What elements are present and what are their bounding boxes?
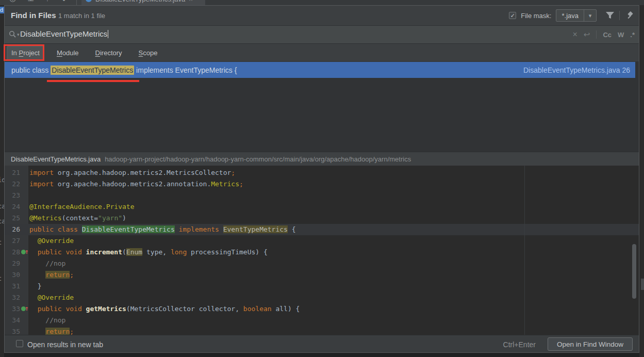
code-token (29, 248, 38, 256)
toolbar-icon-3[interactable]: ↧ (61, 0, 68, 3)
code-token: "yarn" (98, 214, 122, 222)
code-line[interactable]: 31 } (5, 281, 639, 292)
code-line[interactable]: 23 (5, 190, 639, 201)
code-token: (context= (62, 214, 98, 222)
code-token: processingTimeUs) { (187, 248, 268, 256)
code-line[interactable]: 32 @Override (5, 292, 639, 303)
overriding-method-gutter-icon[interactable]: ↑ (21, 305, 28, 313)
code-token: //nop (45, 316, 65, 324)
search-dropdown-icon[interactable]: ▾ (17, 32, 20, 37)
shortcut-hint: Ctrl+Enter (503, 340, 536, 349)
code-line[interactable]: 33↑ public void getMetrics(MetricsCollec… (5, 303, 639, 315)
code-line[interactable]: 29 //nop (5, 258, 639, 269)
result-row[interactable]: public class DisableEventTypeMetrics imp… (5, 62, 635, 78)
result-location: DisableEventTypeMetrics.java 26 (523, 62, 630, 78)
line-number: 35 (5, 326, 20, 335)
code-token: org.apache.hadoop.metrics2.MetricsCollec… (54, 169, 231, 176)
overriding-method-gutter-icon[interactable]: ↑ (21, 248, 28, 256)
open-in-find-window-button[interactable]: Open in Find Window (548, 337, 633, 351)
line-number: 21 (5, 167, 20, 178)
code-token: implements (179, 225, 219, 233)
header-separator (619, 11, 620, 20)
code-token (29, 328, 45, 335)
file-mask-value: *.java (556, 10, 584, 21)
background-text-fragment: t (0, 239, 2, 246)
code-line[interactable]: 26public class DisableEventTypeMetrics i… (5, 224, 639, 235)
code-token: type, (142, 248, 171, 256)
line-number: 30 (5, 269, 20, 281)
words-toggle[interactable]: W (618, 31, 624, 39)
line-number: 29 (5, 258, 20, 269)
code-token: ; (70, 328, 74, 335)
regex-toggle[interactable]: .* (630, 31, 635, 39)
file-mask-label: File mask: (521, 12, 551, 20)
scope-tab-directory[interactable]: Directory (91, 46, 126, 59)
code-line[interactable]: 27 @Override (5, 235, 639, 247)
background-editor-bottom-edge (4, 353, 639, 357)
scope-tab-scope[interactable]: Scope (135, 46, 162, 59)
code-token: (MetricsCollector collector, (126, 305, 243, 313)
dialog-footer: Open results in new tab Ctrl+Enter Open … (5, 335, 639, 352)
line-number: 23 (5, 190, 20, 201)
code-line[interactable]: 34 //nop (5, 315, 639, 326)
pin-icon[interactable] (624, 11, 634, 20)
code-token: { (288, 225, 296, 233)
tab-close-icon[interactable]: × (189, 0, 193, 3)
editor-scrollbar-thumb[interactable] (632, 244, 636, 299)
app-window: ◎⊥↑↧ DisableEventTypeMetrics.java × idca… (0, 0, 644, 357)
clear-search-icon[interactable]: × (573, 30, 577, 39)
code-line[interactable]: 25@Metrics(context="yarn") (5, 213, 639, 224)
file-mask-dropdown-icon[interactable]: ▾ (584, 10, 596, 21)
code-token: public void (38, 248, 82, 256)
line-number: 31 (5, 281, 20, 292)
code-token: long (171, 248, 187, 256)
code-line[interactable]: 28↑ public void increment(Enum type, lon… (5, 247, 639, 258)
editor-tab[interactable]: DisableEventTypeMetrics.java × (81, 0, 205, 5)
code-token: @Override (38, 237, 74, 245)
code-line[interactable]: 30 return; (5, 269, 639, 281)
line-number: 25 (5, 213, 20, 224)
code-line[interactable]: 35 return; (5, 326, 639, 335)
search-field[interactable]: ▾ DisableEventTypeMetrics × ↩ Cc W .* (5, 25, 639, 44)
newline-icon[interactable]: ↩ (584, 30, 590, 39)
tab-strip-filler (205, 0, 644, 5)
match-case-toggle[interactable]: Cc (603, 31, 612, 39)
preview-file-header: DisableEventTypeMetrics.java hadoop-yarn… (5, 152, 639, 166)
code-line[interactable]: 21import org.apache.hadoop.metrics2.Metr… (5, 167, 639, 178)
toolbar-icon-0[interactable]: ◎ (9, 0, 16, 3)
code-token (219, 225, 223, 233)
search-icon (9, 30, 16, 38)
open-results-checkbox[interactable] (16, 340, 23, 347)
annotation-match-underline (47, 80, 139, 82)
code-token (78, 225, 82, 233)
code-token: Metrics (211, 180, 239, 188)
file-mask-select[interactable]: *.java ▾ (556, 9, 597, 22)
code-token: return (45, 328, 70, 335)
code-line[interactable]: 24@InterfaceAudience.Private (5, 201, 639, 213)
scope-tab-module[interactable]: Module (53, 46, 83, 59)
line-number: 27 (5, 235, 20, 247)
code-token: ; (239, 180, 243, 188)
search-toggles-separator (596, 30, 597, 39)
code-token: ; (70, 271, 74, 279)
code-token: boolean (243, 305, 272, 313)
background-editor-right-edge (639, 5, 644, 357)
line-number: 24 (5, 201, 20, 213)
toolbar-icon-1[interactable]: ⊥ (27, 0, 34, 3)
search-input[interactable]: DisableEventTypeMetrics (20, 29, 108, 38)
preview-path: hadoop-yarn-project/hadoop-yarn/hadoop-y… (105, 155, 411, 163)
code-preview-editor[interactable]: 21import org.apache.hadoop.metrics2.Metr… (5, 166, 639, 335)
code-token: ( (122, 248, 126, 256)
dialog-header: Find in Files 1 match in 1 file ✓ File m… (5, 6, 639, 25)
file-mask-checkbox[interactable]: ✓ (509, 12, 516, 19)
code-token: Enum (126, 248, 142, 256)
toolbar-separator (76, 0, 77, 5)
line-number: 33 (5, 303, 20, 315)
toolbar-icon-2[interactable]: ↑ (45, 0, 49, 3)
background-text-fragment: id (0, 176, 4, 184)
code-token: ) (122, 214, 126, 222)
line-number: 34 (5, 315, 20, 326)
code-token: import (29, 169, 54, 176)
filter-icon[interactable] (605, 11, 615, 20)
code-line[interactable]: 22import org.apache.hadoop.metrics2.anno… (5, 178, 639, 190)
